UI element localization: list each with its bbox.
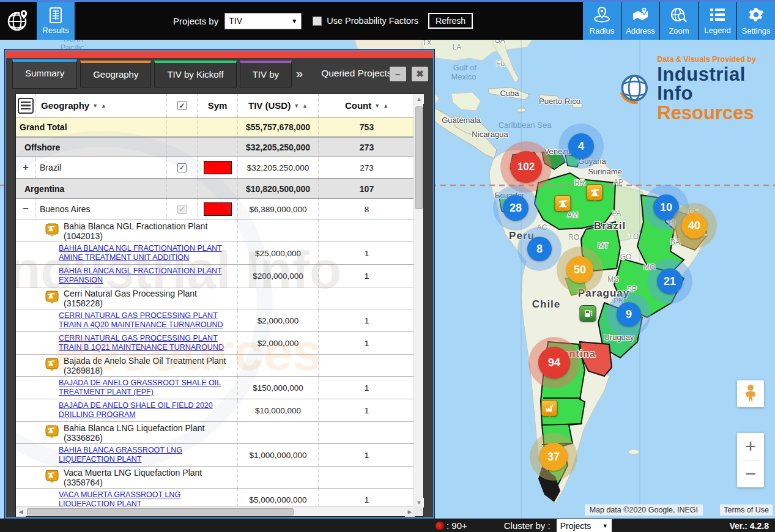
zoom-in-button[interactable]: + xyxy=(737,433,764,460)
geography-column-header[interactable]: Geography ▼ ▲ xyxy=(35,94,166,117)
tab-tiv-by[interactable]: TIV by xyxy=(240,61,292,87)
street-view-pegman-button[interactable] xyxy=(737,380,764,407)
projects-by-select[interactable]: TIV ▼ xyxy=(224,13,302,29)
geography-name: Brazil xyxy=(35,157,166,178)
geography-header-label: Geography xyxy=(41,100,89,111)
plant-marker-icon[interactable] xyxy=(541,400,558,416)
checkbox-cell xyxy=(166,179,197,198)
project-cell: BAHIA BLANCA GRASSROOT LNG LIQUEFACTION … xyxy=(16,444,237,466)
sym-column-header[interactable]: Sym xyxy=(197,94,237,117)
toolbar-button-settings[interactable]: Settings xyxy=(736,2,775,40)
refresh-button[interactable]: Refresh xyxy=(428,13,473,29)
row-label: Grand Total xyxy=(16,117,166,136)
vertical-scrollbar[interactable]: ▲ ▼ xyxy=(413,94,423,508)
tab-summary[interactable]: Summary xyxy=(12,59,77,89)
scroll-up-icon[interactable]: ▲ xyxy=(414,94,424,104)
project-cell: BAHIA BLANCA NGL FRACTIONATION PLANT AMI… xyxy=(16,242,237,264)
toolbar-button-label: Legend xyxy=(704,26,730,35)
map-cluster-37[interactable]: 37 xyxy=(540,443,568,471)
project-link[interactable]: VACA MUERTA GRASSROOT LNG LIQUEFACTION P… xyxy=(59,490,231,508)
project-link[interactable]: CERRI NATURAL GAS PROCESSING PLANT TRAIN… xyxy=(59,334,231,352)
map-cluster-4[interactable]: 4 xyxy=(568,133,594,159)
horizontal-scrollbar[interactable]: ◀ ▶ xyxy=(16,506,415,516)
cluster-by-select[interactable]: Projects ▼ xyxy=(557,519,612,532)
project-link[interactable]: BAHIA BLANCA NGL FRACTIONATION PLANT EXP… xyxy=(59,267,231,285)
map-cluster-8[interactable]: 8 xyxy=(527,237,552,261)
results-button[interactable]: Results xyxy=(37,2,75,40)
scroll-left-icon[interactable]: ◀ xyxy=(16,507,26,517)
map-label-puerto-rico: Puerto Rico xyxy=(539,97,580,106)
tiv-value xyxy=(237,422,318,443)
terms-of-use-link[interactable]: Terms of Use xyxy=(720,504,773,515)
project-link[interactable]: CERRI NATURAL GAS PROCESSING PLANT TRAIN… xyxy=(59,311,231,330)
table-row-plant: Cerri Natural Gas Processing Plant (3158… xyxy=(16,287,415,309)
checkbox-cell: ✓ xyxy=(166,157,197,178)
close-panel-button[interactable]: ✖ xyxy=(412,67,428,81)
table-menu-button[interactable] xyxy=(18,98,34,114)
sort-asc-icon[interactable]: ▲ xyxy=(302,103,308,109)
logo-line1: Industrial Info xyxy=(657,65,775,103)
table-row-group: Argentina$10,820,500,000107 xyxy=(16,179,415,199)
project-link[interactable]: BAHIA BLANCA GRASSROOT LNG LIQUEFACTION … xyxy=(59,446,231,464)
count-value xyxy=(318,422,415,443)
top-toolbar: Results Projects by TIV ▼ Use Probabilit… xyxy=(0,2,775,40)
map-label-mexico: Mexico xyxy=(451,72,476,81)
sort-desc-icon[interactable]: ▼ xyxy=(374,103,380,109)
sort-desc-icon[interactable]: ▼ xyxy=(294,103,299,109)
collapse-icon[interactable]: − xyxy=(16,199,35,220)
bottom-status-bar: : 90+ Cluster by : Projects ▼ Ver.: 4.2.… xyxy=(0,519,775,532)
tab-geography[interactable]: Geography xyxy=(80,61,151,87)
minimize-panel-button[interactable]: − xyxy=(390,67,406,81)
vertical-scroll-thumb[interactable] xyxy=(415,106,423,209)
panel-accent-bar xyxy=(6,51,433,58)
map-cluster-50[interactable]: 50 xyxy=(566,256,593,283)
pumpjack-marker-icon[interactable] xyxy=(555,195,571,212)
pumpjack-marker-icon[interactable] xyxy=(587,184,603,201)
cluster-by-label: Cluster by : xyxy=(504,520,551,531)
zoom-out-button[interactable]: − xyxy=(737,460,764,487)
more-tabs-chevron-icon[interactable]: » xyxy=(296,67,303,81)
project-link[interactable]: BAHIA BLANCA NGL FRACTIONATION PLANT AMI… xyxy=(59,244,231,262)
table-row-project: BAJADA DE ANELO SHALE OIL FIELD 2020 DRI… xyxy=(16,399,415,422)
expand-icon[interactable]: + xyxy=(16,157,35,178)
sort-asc-icon[interactable]: ▲ xyxy=(101,103,106,109)
dropdown-arrow-icon: ▼ xyxy=(291,18,297,24)
plant-marker-icon xyxy=(45,425,59,440)
projects-by-value: TIV xyxy=(229,16,242,26)
checkbox-cell xyxy=(166,117,197,136)
use-probability-checkbox[interactable] xyxy=(313,17,322,26)
toolbar-button-legend[interactable]: Legend xyxy=(698,2,736,40)
count-value: 1 xyxy=(318,265,415,287)
horizontal-scroll-thumb[interactable] xyxy=(27,508,294,515)
select-all-checkbox[interactable]: ✓ xyxy=(177,101,187,110)
project-link[interactable]: BAJADA DE ANELO GRASSROOT SHALE OIL TREA… xyxy=(59,379,231,397)
map-cluster-9[interactable]: 9 xyxy=(617,302,641,327)
map-cluster-94[interactable]: 94 xyxy=(538,347,570,379)
logo-line2: Resources xyxy=(657,103,775,122)
map-label-caribbean-sea: Caribbean Sea xyxy=(499,120,552,130)
map-cluster-21[interactable]: 21 xyxy=(657,268,683,294)
sym-cell xyxy=(197,117,237,136)
count-column-header[interactable]: Count ▼ ▲ xyxy=(318,94,415,117)
map-cluster-102[interactable]: 102 xyxy=(510,151,542,183)
map-cluster-28[interactable]: 28 xyxy=(503,195,528,221)
toolbar-button-label: Settings xyxy=(742,26,771,35)
sort-desc-icon[interactable]: ▼ xyxy=(92,103,98,109)
project-link[interactable]: BAJADA DE ANELO SHALE OIL FIELD 2020 DRI… xyxy=(59,401,231,419)
tab-tiv-by-kickoff[interactable]: TIV by Kickoff xyxy=(154,61,236,87)
toolbar-button-radius[interactable]: Radius xyxy=(582,2,621,40)
map-cluster-40[interactable]: 40 xyxy=(681,213,707,238)
table-row-plant: Bajada de Anelo Shale Oil Treatment Plan… xyxy=(16,355,415,377)
app-globe-icon[interactable] xyxy=(0,2,36,38)
map-label-suriname: Suriname xyxy=(588,167,622,176)
tiv-column-header[interactable]: TIV (USD) ▼ ▲ xyxy=(237,94,318,117)
row-label: Offshore xyxy=(16,138,166,157)
row-checkbox[interactable]: ✓ xyxy=(177,205,187,214)
toolbar-button-address[interactable]: Address xyxy=(621,2,659,40)
table-row-geo: −Buenos Aires✓$6,389,000,0008 xyxy=(16,199,415,220)
toolbar-button-zoom[interactable]: Zoom xyxy=(659,2,698,40)
row-checkbox[interactable]: ✓ xyxy=(177,163,187,172)
fuel-pump-marker-icon[interactable] xyxy=(580,305,596,322)
results-panel: SummaryGeographyTIV by KickoffTIV by » Q… xyxy=(5,50,434,519)
sort-asc-icon[interactable]: ▲ xyxy=(383,103,388,109)
